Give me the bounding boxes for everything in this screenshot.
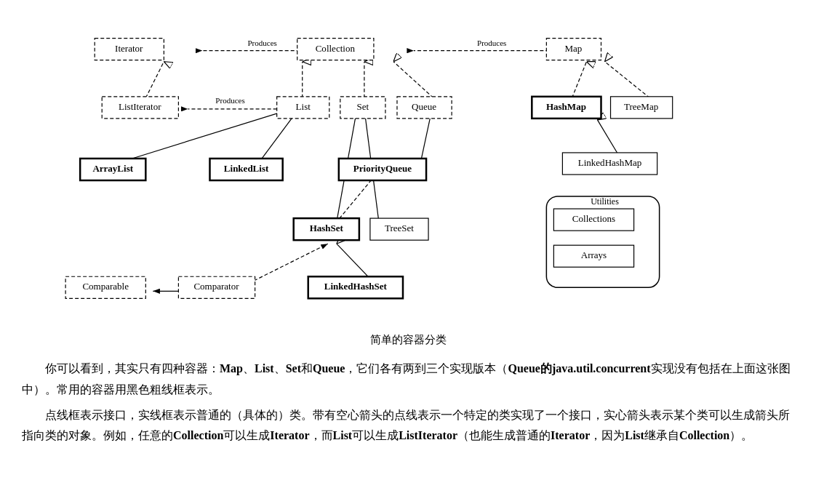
svg-text:Collection: Collection	[316, 43, 356, 54]
svg-text:Produces: Produces	[247, 39, 276, 47]
svg-text:Utilities: Utilities	[591, 196, 619, 207]
diagram-caption: 简单的容器分类	[22, 333, 794, 347]
paragraph-1: 你可以看到，其实只有四种容器：Map、List、Set和Queue，它们各有两到…	[22, 359, 794, 401]
svg-line-14	[145, 62, 164, 98]
svg-text:LinkedHashMap: LinkedHashMap	[578, 157, 641, 168]
svg-text:Comparable: Comparable	[82, 281, 129, 292]
paragraph-2: 点线框表示接口，实线框表示普通的（具体的）类。带有空心箭头的点线表示一个特定的类…	[22, 405, 794, 447]
svg-text:Queue: Queue	[412, 101, 436, 112]
svg-text:Iterator: Iterator	[115, 43, 143, 54]
svg-text:TreeSet: TreeSet	[385, 223, 414, 233]
svg-text:Produces: Produces	[215, 96, 244, 105]
svg-line-18	[605, 62, 650, 98]
svg-text:LinkedList: LinkedList	[224, 163, 269, 174]
svg-text:HashMap: HashMap	[546, 101, 586, 112]
svg-text:ArrayList: ArrayList	[92, 163, 133, 174]
uml-diagram: Utilities Prod	[22, 15, 794, 327]
svg-text:Comparator: Comparator	[193, 281, 239, 292]
svg-text:ListIterator: ListIterator	[119, 101, 161, 112]
svg-text:LinkedHashSet: LinkedHashSet	[324, 281, 388, 292]
svg-text:Collections: Collections	[572, 213, 615, 224]
svg-text:Produces: Produces	[477, 39, 506, 47]
svg-text:List: List	[296, 101, 311, 112]
svg-line-22	[597, 120, 619, 156]
svg-text:Set: Set	[357, 101, 369, 112]
svg-line-25	[337, 244, 372, 280]
svg-line-17	[572, 62, 586, 98]
text-body: 你可以看到，其实只有四种容器：Map、List、Set和Queue，它们各有两到…	[22, 359, 794, 447]
svg-text:Arrays: Arrays	[581, 249, 607, 260]
svg-text:TreeMap: TreeMap	[624, 101, 658, 112]
svg-text:Map: Map	[564, 43, 582, 54]
svg-text:HashSet: HashSet	[310, 223, 344, 233]
svg-text:PriorityQueue: PriorityQueue	[353, 163, 412, 174]
svg-line-13	[393, 62, 433, 98]
